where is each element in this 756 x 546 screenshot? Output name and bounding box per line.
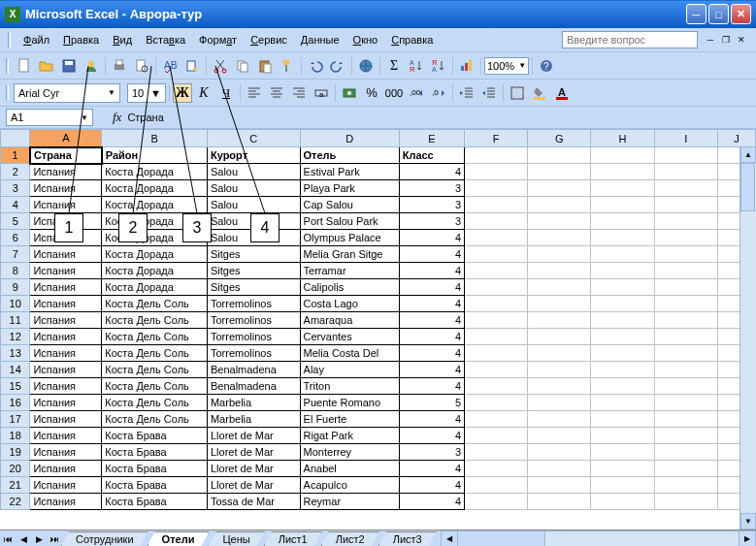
cell[interactable]: Torremolinos: [207, 345, 300, 362]
permissions-button[interactable]: [81, 55, 102, 77]
menu-окно[interactable]: Окно: [346, 32, 385, 48]
redo-button[interactable]: [327, 55, 348, 77]
cell[interactable]: [654, 395, 717, 411]
menu-вставка[interactable]: Вставка: [139, 32, 192, 48]
scroll-down-button[interactable]: ▼: [740, 513, 756, 530]
cell[interactable]: [591, 279, 654, 296]
cell[interactable]: [654, 461, 717, 477]
scroll-thumb[interactable]: [740, 163, 755, 211]
cell[interactable]: [591, 296, 654, 312]
minimize-button[interactable]: ─: [686, 4, 707, 24]
cell[interactable]: Sitges: [207, 279, 300, 296]
cell[interactable]: [654, 345, 717, 362]
col-header-A[interactable]: A: [30, 130, 102, 147]
cell[interactable]: [591, 428, 654, 444]
cell[interactable]: [591, 246, 654, 263]
cell[interactable]: Испания: [30, 345, 102, 362]
cell[interactable]: [654, 312, 717, 329]
cell[interactable]: Marbelia: [207, 395, 300, 411]
cell[interactable]: Estival Park: [300, 164, 399, 180]
cell[interactable]: Torremolinos: [207, 329, 300, 345]
currency-button[interactable]: [339, 82, 360, 104]
cell[interactable]: Salou: [207, 180, 300, 197]
cell[interactable]: Испания: [30, 263, 102, 279]
toolbar-handle[interactable]: [6, 58, 9, 74]
align-left-button[interactable]: [244, 82, 265, 104]
cell[interactable]: Коста Дель Соль: [102, 329, 208, 345]
cell[interactable]: Испания: [30, 378, 102, 395]
copy-button[interactable]: [232, 55, 253, 77]
cell[interactable]: Испания: [30, 164, 102, 180]
increase-decimal-button[interactable]: ,00: [406, 82, 427, 104]
cell[interactable]: Коста Дорада: [102, 180, 208, 197]
cell[interactable]: [465, 312, 528, 329]
cell[interactable]: [465, 230, 528, 246]
cell[interactable]: [591, 362, 654, 378]
cell[interactable]: [528, 395, 591, 411]
menu-справка[interactable]: Справка: [384, 32, 440, 48]
autosum-button[interactable]: Σ: [383, 55, 405, 77]
sort-desc-button[interactable]: ЯА: [428, 55, 449, 77]
cell[interactable]: 4: [399, 428, 464, 444]
mdi-minimize-button[interactable]: ─: [704, 33, 717, 47]
cell[interactable]: [528, 477, 591, 494]
fill-color-button[interactable]: [529, 82, 550, 104]
cell[interactable]: 4: [399, 345, 464, 362]
sheet-tab-Цены[interactable]: Цены: [208, 531, 264, 546]
font-color-button[interactable]: A: [551, 82, 573, 104]
sheet-tab-Лист1[interactable]: Лист1: [264, 531, 322, 546]
cell[interactable]: 4: [399, 230, 464, 246]
cell[interactable]: El Fuerte: [300, 411, 399, 428]
cell[interactable]: Reymar: [300, 494, 399, 510]
cell[interactable]: [465, 494, 528, 510]
cell[interactable]: [528, 312, 591, 329]
borders-button[interactable]: [507, 82, 528, 104]
cell[interactable]: [528, 279, 591, 296]
col-header-E[interactable]: E: [399, 130, 464, 147]
cell[interactable]: Коста Дорада: [102, 246, 208, 263]
help-button[interactable]: ?: [536, 55, 557, 77]
cell[interactable]: Испания: [30, 296, 102, 312]
cell[interactable]: Melia Costa Del: [300, 345, 399, 362]
cell[interactable]: [528, 345, 591, 362]
cell[interactable]: Tossa de Mar: [207, 494, 300, 510]
horizontal-scrollbar[interactable]: ◀ ▶: [441, 530, 756, 546]
cell[interactable]: Monterrey: [300, 444, 399, 461]
cell[interactable]: Испания: [30, 461, 102, 477]
cell[interactable]: [465, 180, 528, 197]
cell[interactable]: Коста Брава: [102, 494, 208, 510]
new-button[interactable]: [14, 55, 35, 77]
cell[interactable]: [465, 395, 528, 411]
cell[interactable]: Lloret de Mar: [207, 461, 300, 477]
comma-button[interactable]: 000: [383, 82, 405, 104]
cell[interactable]: [465, 461, 528, 477]
col-header-G[interactable]: G: [528, 130, 591, 147]
worksheet-grid[interactable]: ABCDEFGHIJ1СтранаРайонКурортОтельКласс2И…: [0, 129, 756, 530]
cell[interactable]: [465, 246, 528, 263]
tab-nav-prev[interactable]: ◀: [16, 531, 31, 547]
cell[interactable]: Sitges: [207, 263, 300, 279]
cell[interactable]: [591, 230, 654, 246]
row-header-3[interactable]: 3: [1, 180, 30, 197]
cell[interactable]: Коста Брава: [102, 477, 208, 494]
format-painter-button[interactable]: [277, 55, 298, 77]
row-header-6[interactable]: 6: [1, 230, 30, 246]
mdi-close-button[interactable]: ✕: [735, 33, 748, 47]
name-box[interactable]: A1▼: [6, 109, 93, 126]
cell[interactable]: 4: [399, 246, 464, 263]
cell[interactable]: Класс: [399, 147, 464, 164]
cell[interactable]: Коста Дель Соль: [102, 395, 208, 411]
italic-button[interactable]: К: [193, 82, 214, 104]
cell[interactable]: [465, 147, 528, 164]
cell[interactable]: [591, 263, 654, 279]
col-header-I[interactable]: I: [654, 130, 717, 147]
cell[interactable]: 4: [399, 461, 464, 477]
row-header-17[interactable]: 17: [1, 411, 30, 428]
cell[interactable]: Район: [102, 147, 208, 164]
row-header-20[interactable]: 20: [1, 461, 30, 477]
cell[interactable]: 3: [399, 444, 464, 461]
cell[interactable]: Calipolis: [300, 279, 399, 296]
undo-button[interactable]: [305, 55, 326, 77]
scroll-thumb[interactable]: [458, 531, 545, 546]
cell[interactable]: Benalmadena: [207, 378, 300, 395]
